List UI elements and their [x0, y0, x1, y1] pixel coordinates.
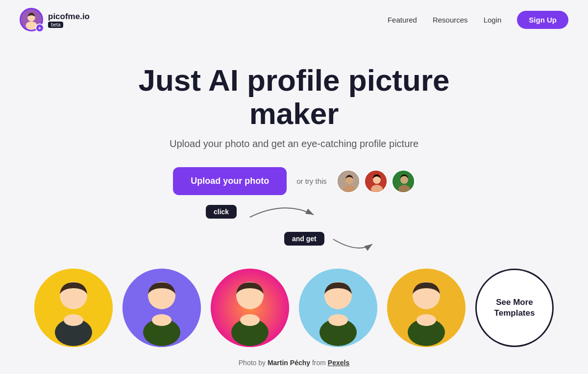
template-circle-5[interactable]: [387, 269, 466, 347]
navbar: + picofme.io beta Featured Resources Log…: [0, 0, 588, 39]
or-try-label: or try this: [296, 177, 327, 185]
and-get-label: and get: [284, 232, 324, 246]
svg-point-25: [240, 314, 260, 326]
signup-button[interactable]: Sign Up: [517, 11, 568, 29]
template-face-5: [387, 269, 466, 347]
templates-row: See More Templates: [24, 269, 564, 347]
plus-badge: +: [35, 24, 44, 32]
template-face-2: [122, 269, 201, 347]
nav-login[interactable]: Login: [484, 16, 502, 24]
logo-avatar-container: +: [20, 8, 43, 31]
hero-subtitle: Upload your photo and get an eye-catchin…: [170, 138, 418, 150]
sample-face-1: [338, 171, 360, 193]
svg-point-33: [416, 314, 436, 326]
template-circle-4[interactable]: [299, 269, 377, 347]
photo-credit-text: Photo by Martin Péchy from Pexels: [239, 359, 349, 367]
nav-resources[interactable]: Resources: [433, 16, 468, 24]
svg-point-29: [328, 314, 348, 326]
sample-avatar-1[interactable]: [337, 170, 360, 193]
see-more-label: See More Templates: [477, 297, 552, 319]
nav-featured[interactable]: Featured: [388, 16, 417, 24]
template-face-1: [34, 269, 113, 347]
svg-point-10: [400, 176, 408, 184]
template-circle-2[interactable]: [122, 269, 201, 347]
upload-button[interactable]: Upload your photo: [173, 167, 287, 195]
see-more-templates-button[interactable]: See More Templates: [475, 269, 554, 347]
beta-badge: beta: [48, 22, 63, 28]
template-circle-3[interactable]: [211, 269, 289, 347]
click-label: click: [206, 205, 237, 219]
photo-source-link[interactable]: Pexels: [328, 359, 349, 367]
sample-avatar-2[interactable]: [364, 170, 388, 193]
nav-logo-group: + picofme.io beta: [20, 8, 90, 31]
hero-section: Just AI profile picture maker Upload you…: [0, 39, 588, 374]
arrows-svg: [147, 200, 441, 259]
sample-avatars: [337, 170, 415, 193]
photo-credit: Photo by Martin Péchy from Pexels: [239, 359, 349, 367]
sample-avatar-3[interactable]: [392, 170, 415, 193]
cta-row: Upload your photo or try this: [173, 167, 415, 195]
nav-links: Featured Resources Login Sign Up: [388, 11, 568, 29]
arrow-area: click and get: [147, 200, 441, 259]
logo-text: picofme.io: [48, 12, 90, 22]
photo-author: Martin Péchy: [268, 359, 310, 367]
svg-point-21: [152, 314, 172, 326]
sample-face-3: [392, 171, 415, 193]
template-circle-1[interactable]: [34, 269, 113, 347]
logo-text-group: picofme.io beta: [48, 12, 90, 28]
sample-face-2: [365, 171, 388, 193]
svg-point-17: [64, 314, 83, 326]
template-face-3: [211, 269, 289, 347]
hero-title: Just AI profile picture maker: [98, 64, 490, 130]
template-face-4: [299, 269, 377, 347]
